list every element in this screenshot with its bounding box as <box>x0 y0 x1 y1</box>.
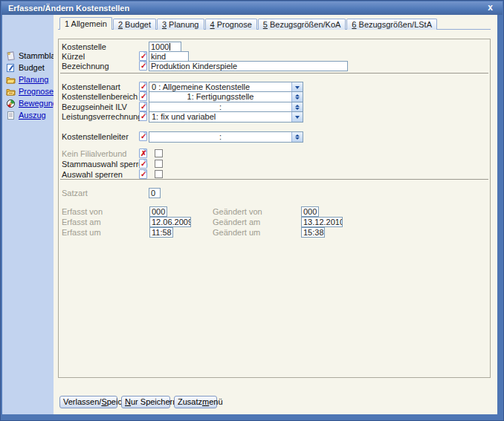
edit-page-icon <box>6 63 16 73</box>
sheet-icon <box>6 51 16 61</box>
dropdown-arrow-icon[interactable] <box>291 112 303 122</box>
kuerzel-input[interactable]: kind <box>149 51 189 62</box>
form-groupbox: Kostenstelle 1000 Kürzel ✓ kind Bezeichn… <box>58 39 491 378</box>
text-caret <box>169 43 170 50</box>
window-title: Erfassen/Ändern Kostenstellen <box>1 4 129 13</box>
sidebar-item-prognose[interactable]: Prognose <box>6 86 54 97</box>
bezeichnung-input[interactable]: Produktion Kinderspiele <box>149 61 348 71</box>
row-bezeichnung: Bezeichnung ✓ Produktion Kinderspiele <box>59 61 490 72</box>
kostenstelle-label: Kostenstelle <box>62 42 106 51</box>
satzart-label: Satzart <box>62 189 88 198</box>
tab-bezugsgroessen-koa[interactable]: 5 Bezugsgrößen/KoA <box>258 19 346 30</box>
kostenstellenbereich-label: Kostenstellenbereich <box>62 92 138 101</box>
row-satzart: Satzart 0 <box>59 188 490 199</box>
tab-bezugsgroessen-lsta[interactable]: 6 Bezugsgrößen/LStA <box>346 19 437 30</box>
sidebar-item-auszug[interactable]: Auszug <box>6 110 46 120</box>
separator <box>60 73 488 74</box>
erfasst-um-label: Erfasst um <box>62 228 101 237</box>
kuerzel-label: Kürzel <box>62 52 85 61</box>
bezeichnung-label: Bezeichnung <box>62 62 109 71</box>
sidebar-item-bewegung[interactable]: Bewegung <box>6 98 57 108</box>
row-kein-filialverbund: Kein Filialverbund ✗ <box>59 149 490 160</box>
auswahl-sperren-label: Auswahl sperren <box>62 170 123 179</box>
note-check-icon[interactable]: ✓ <box>139 159 147 169</box>
erfasst-von-field: 000 <box>149 206 167 217</box>
verlassen-speichern-button[interactable]: Verlassen/Speichern <box>59 396 117 408</box>
erfasst-am-label: Erfasst am <box>62 218 101 226</box>
sidebar-item-stammblatt[interactable]: Stammblatt <box>6 50 60 61</box>
separator <box>60 179 488 180</box>
app-window: Erfassen/Ändern Kostenstellen x Stammbla… <box>0 0 504 421</box>
sidebar: Stammblatt Budget Planung Prognose Beweg… <box>2 15 54 414</box>
close-icon[interactable]: x <box>488 2 493 13</box>
spinner-icon[interactable] <box>291 132 303 142</box>
open-folder-icon <box>6 75 16 85</box>
tab-budget[interactable]: 2 Budget <box>113 19 156 30</box>
sidebar-item-planung[interactable]: Planung <box>6 74 48 85</box>
leistungsverrechnung-label: Leistungsverrechnung <box>62 112 142 121</box>
kostenstellenleiter-select[interactable]: : <box>149 131 303 143</box>
title-bar: Erfassen/Ändern Kostenstellen x <box>1 1 503 15</box>
erfasst-um-field: 11:58 <box>149 227 173 238</box>
note-check-icon[interactable]: ✓ <box>139 131 147 141</box>
kostenstelle-input[interactable]: 1000 <box>149 42 181 52</box>
note-check-icon[interactable]: ✓ <box>139 102 147 111</box>
zusatzmenu-button[interactable]: Zusatzmenü <box>174 396 217 408</box>
sidebar-item-label: Prognose <box>19 87 54 96</box>
tab-allgemein[interactable]: 1 Allgemein <box>59 17 112 30</box>
row-erfasst-von: Erfasst von 000 Geändert von 000 <box>59 206 490 218</box>
row-kostenstellenbereich: Kostenstellenbereich ✓ 1: Fertigungsstel… <box>59 91 490 102</box>
stammauswahl-sperren-label: Stammauswahl sperren <box>62 160 148 169</box>
sidebar-item-label: Budget <box>19 63 45 72</box>
satzart-field: 0 <box>149 188 161 198</box>
tab-prognose[interactable]: 4 Prognose <box>205 19 257 30</box>
note-check-icon[interactable]: ✓ <box>139 82 147 91</box>
kostenstellenbereich-select[interactable]: 1: Fertigungsstelle <box>149 91 303 102</box>
geaendert-von-field: 000 <box>301 206 319 217</box>
row-erfasst-um: Erfasst um 11:58 Geändert um 15:38 <box>59 227 490 238</box>
geaendert-von-label: Geändert von <box>213 207 262 216</box>
sidebar-item-label: Bewegung <box>19 99 57 108</box>
document-icon <box>6 111 16 120</box>
note-check-icon[interactable]: ✓ <box>139 61 147 71</box>
erfasst-am-field: 12.06.2009 /Fr <box>149 217 191 227</box>
kostenstellenleiter-label: Kostenstellenleiter <box>62 132 129 141</box>
kostenstellenart-label: Kostenstellenart <box>62 82 120 91</box>
tab-planung[interactable]: 3 Planung <box>157 19 204 30</box>
row-erfasst-am: Erfasst am 12.06.2009 /Fr Geändert am 13… <box>59 217 490 228</box>
sidebar-item-budget[interactable]: Budget <box>6 62 45 73</box>
note-cross-icon[interactable]: ✗ <box>139 149 147 158</box>
leistungsverrechnung-select[interactable]: 1: fix und variabel <box>149 111 303 123</box>
spinner-icon[interactable] <box>291 92 303 102</box>
sidebar-item-label: Planung <box>19 75 48 84</box>
note-check-icon[interactable]: ✓ <box>139 91 147 101</box>
tab-page-allgemein: 1 Allgemein 2 Budget 3 Planung 4 Prognos… <box>54 15 497 414</box>
globe-icon <box>6 99 16 108</box>
bezugseinheit-ilv-label: Bezugseinheit ILV <box>62 102 127 111</box>
geaendert-am-label: Geändert am <box>213 218 260 226</box>
sidebar-item-label: Auszug <box>19 111 46 120</box>
row-kostenstellenleiter: Kostenstellenleiter ✓ : <box>59 131 490 143</box>
kein-filialverbund-label: Kein Filialverbund <box>62 149 126 158</box>
note-check-icon[interactable]: ✓ <box>139 51 147 61</box>
nur-speichern-button[interactable]: Nur Speichern <box>121 396 170 408</box>
geaendert-um-label: Geändert um <box>213 228 260 237</box>
note-check-icon[interactable]: ✓ <box>139 111 147 121</box>
kein-filialverbund-checkbox[interactable] <box>155 149 163 157</box>
geaendert-am-field: 13.12.2010 /Mo <box>301 217 343 227</box>
tabstrip: 1 Allgemein 2 Budget 3 Planung 4 Prognos… <box>59 17 438 30</box>
row-stammauswahl-sperren: Stammauswahl sperren ✓ <box>59 159 490 170</box>
stammauswahl-sperren-checkbox[interactable] <box>155 160 163 168</box>
auswahl-sperren-checkbox[interactable] <box>155 170 163 178</box>
row-leistungsverrechnung: Leistungsverrechnung ✓ 1: fix und variab… <box>59 111 490 123</box>
note-check-icon[interactable]: ✓ <box>139 169 147 179</box>
erfasst-von-label: Erfasst von <box>62 207 103 216</box>
folder-icon <box>6 87 16 97</box>
geaendert-um-field: 15:38 <box>301 227 325 238</box>
